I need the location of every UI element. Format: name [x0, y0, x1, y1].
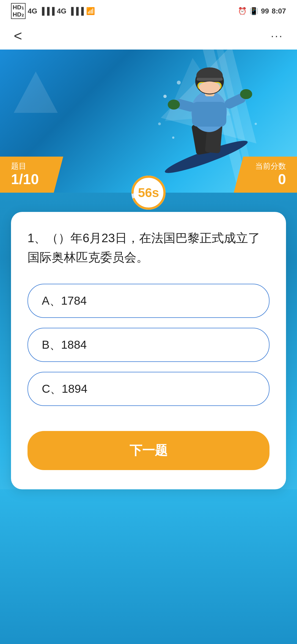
bottom-area: [0, 489, 297, 644]
option-a[interactable]: A、1784: [28, 284, 270, 318]
svg-point-20: [158, 122, 161, 125]
question-text: 1、（）年6月23日，在法国巴黎正式成立了国际奥林匹克委员会。: [28, 228, 270, 267]
svg-point-19: [172, 137, 174, 139]
back-button[interactable]: <: [14, 29, 22, 43]
triangle-decoration-3: [14, 72, 58, 113]
timer-text: 56s: [138, 185, 159, 200]
option-b[interactable]: B、1884: [28, 328, 270, 362]
timer-circle: 56s: [129, 173, 168, 212]
question-body: （）年6月23日，在法国巴黎正式成立了国际奥林匹克委员会。: [28, 231, 260, 264]
signal-4g-2: 4G: [57, 7, 67, 15]
svg-rect-6: [192, 102, 226, 127]
time-display: 8:07: [272, 7, 286, 15]
question-label: 题目: [11, 161, 52, 171]
score-label: 当前分数: [245, 161, 286, 171]
signal-bars-1: ▐▐▐: [39, 7, 54, 15]
status-left-icons: HD₁HD₂ 4G ▐▐▐ 4G ▐▐▐ 📶: [11, 3, 95, 19]
next-question-button[interactable]: 下一题: [28, 431, 270, 470]
question-number: 1、: [28, 231, 46, 245]
signal-bars-2: ▐▐▐: [68, 7, 84, 15]
svg-rect-17: [197, 78, 223, 81]
signal-4g-1: 4G: [28, 7, 37, 15]
svg-point-16: [199, 81, 220, 94]
svg-point-10: [240, 89, 252, 99]
timer-wrapper: 56s: [0, 173, 297, 212]
svg-point-8: [168, 100, 180, 110]
hd-icon: HD₁HD₂: [11, 3, 26, 19]
vibrate-icon: 📳: [249, 7, 258, 15]
wifi-icon: 📶: [86, 7, 95, 15]
status-bar: HD₁HD₂ 4G ▐▐▐ 4G ▐▐▐ 📶 ⏰ 📳 99 8:07: [0, 0, 297, 22]
hero-banner: 题目 1/10 当前分数 0: [0, 50, 297, 193]
option-c[interactable]: C、1894: [28, 372, 270, 406]
alarm-icon: ⏰: [238, 7, 247, 15]
svg-point-22: [255, 123, 257, 125]
nav-bar: < ···: [0, 22, 297, 50]
status-right-icons: ⏰ 📳 99 8:07: [238, 7, 286, 15]
svg-point-21: [177, 81, 181, 84]
more-button[interactable]: ···: [271, 30, 283, 42]
battery-level: 99: [261, 7, 269, 15]
quiz-card: 1、（）年6月23日，在法国巴黎正式成立了国际奥林匹克委员会。 A、1784 B…: [11, 212, 286, 489]
svg-point-18: [163, 95, 167, 98]
